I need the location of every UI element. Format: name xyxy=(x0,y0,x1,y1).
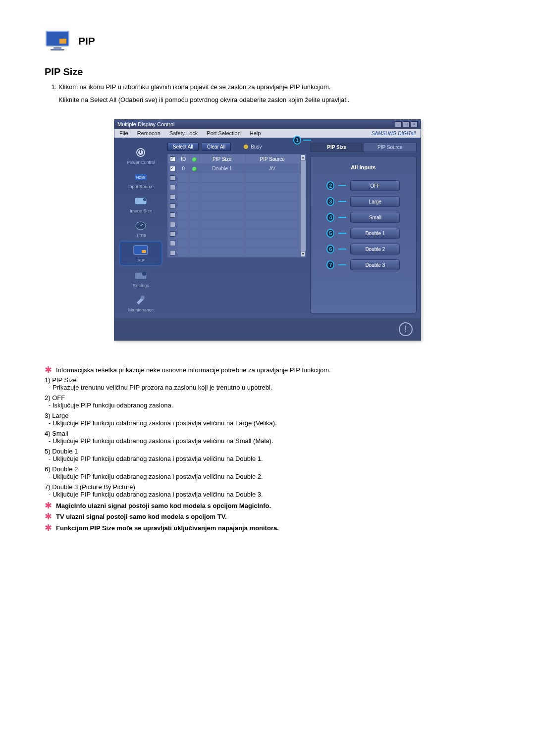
option-small[interactable]: Small xyxy=(350,212,400,223)
sidebar-item-time[interactable]: Time xyxy=(120,217,161,239)
header-checkbox[interactable] xyxy=(170,156,175,162)
status-lamp-icon xyxy=(192,157,197,162)
sidebar-item-pip[interactable]: PIP xyxy=(120,242,161,265)
cell-source: AV xyxy=(245,164,300,173)
image-size-icon xyxy=(132,195,150,207)
options-panel: All Inputs 2OFF 3Large 4Small 5Double 1 … xyxy=(310,156,417,313)
menu-file[interactable]: File xyxy=(119,130,128,136)
sidebar-label: Power Control xyxy=(127,160,155,165)
section-title: PIP Size xyxy=(45,66,490,78)
grid-scrollbar[interactable]: ▲ ▼ xyxy=(300,154,306,257)
row-checkbox[interactable] xyxy=(170,231,175,237)
table-row[interactable]: 0 Double 1 AV xyxy=(167,164,300,173)
svg-rect-2 xyxy=(54,47,61,49)
cell-size: Double 1 xyxy=(199,164,245,173)
svg-point-9 xyxy=(143,198,146,201)
svg-text:HDMI: HDMI xyxy=(136,176,145,179)
busy-dot-icon xyxy=(244,145,248,149)
item-desc: - Prikazuje trenutnu veličinu PIP prozor… xyxy=(45,384,272,391)
svg-point-15 xyxy=(141,296,145,300)
numbered-item: 4) Small- Uključuje PIP funkciju odabran… xyxy=(45,430,490,445)
panel-subtitle: All Inputs xyxy=(351,164,375,170)
scroll-down-icon[interactable]: ▼ xyxy=(301,251,306,257)
busy-label: Busy xyxy=(251,144,262,150)
numbered-item: 1) PIP Size- Prikazuje trenutnu veličinu… xyxy=(45,376,490,391)
row-checkbox[interactable] xyxy=(170,175,175,181)
app-footer: ! xyxy=(114,318,421,340)
sidebar-item-power[interactable]: Power Control xyxy=(120,145,161,166)
minimize-button[interactable]: _ xyxy=(395,121,402,127)
maximize-button[interactable]: □ xyxy=(403,121,410,127)
sidebar-label: Time xyxy=(136,233,146,238)
svg-rect-1 xyxy=(59,39,66,44)
item-desc: - Isključuje PIP funkciju odabranog zasl… xyxy=(45,402,173,409)
intro-subtext: Kliknite na Select All (Odaberi sve) ili… xyxy=(45,96,490,104)
note-text: TV ulazni signal postoji samo kod modela… xyxy=(56,512,227,522)
row-checkbox[interactable] xyxy=(170,212,175,218)
item-desc: - Uključuje PIP funkciju odabranog zaslo… xyxy=(45,473,263,480)
menu-port-selection[interactable]: Port Selection xyxy=(207,130,240,136)
numbered-item: 7) Double 3 (Picture By Picture)- Uključ… xyxy=(45,483,490,498)
row-checkbox[interactable] xyxy=(170,185,175,190)
row-checkbox[interactable] xyxy=(170,222,175,227)
item-desc: - Uključuje PIP funkciju odabranog zaslo… xyxy=(45,437,273,445)
callout-3: 3 xyxy=(326,197,334,206)
star-icon: ✱ xyxy=(45,365,52,374)
page-header: PIP xyxy=(45,30,490,52)
callout-2: 2 xyxy=(326,181,334,190)
clear-all-button[interactable]: Clear All xyxy=(202,143,231,151)
sidebar-label: Maintenance xyxy=(128,307,154,312)
menu-remocon[interactable]: Remocon xyxy=(137,130,160,136)
close-button[interactable]: × xyxy=(411,121,418,127)
item-desc: - Uključuje PIP funkciju odabranog zaslo… xyxy=(45,455,263,462)
info-icon: ! xyxy=(399,322,413,336)
row-checkbox[interactable] xyxy=(170,250,175,255)
pip-icon xyxy=(132,244,150,257)
app-window: Multiple Display Control _ □ × File Remo… xyxy=(114,119,421,341)
intro-list: Klikom na ikonu PIP u izborniku glavnih … xyxy=(45,83,490,92)
page-title: PIP xyxy=(78,35,95,47)
row-checkbox[interactable] xyxy=(170,194,175,200)
sidebar-item-input[interactable]: HDMI Input Source xyxy=(120,169,161,190)
menu-help[interactable]: Help xyxy=(250,130,261,136)
item-label: 3) Large xyxy=(45,412,490,419)
col-id: ID xyxy=(177,154,189,164)
option-double2[interactable]: Double 2 xyxy=(350,244,400,254)
callout-1: 1 xyxy=(293,136,301,145)
tab-pip-size[interactable]: PIP Size xyxy=(310,143,364,152)
numbered-item: 6) Double 2- Uključuje PIP funkciju odab… xyxy=(45,465,490,480)
row-checkbox[interactable] xyxy=(170,241,175,246)
option-off[interactable]: OFF xyxy=(350,180,400,191)
option-large[interactable]: Large xyxy=(350,196,400,207)
star-icon: ✱ xyxy=(45,501,52,510)
time-icon xyxy=(132,219,150,232)
row-checkbox[interactable] xyxy=(170,203,175,209)
bold-note-3: ✱ Funkcijom PIP Size moľe se upravljati … xyxy=(45,523,490,533)
menu-bar: File Remocon Safety Lock Port Selection … xyxy=(114,129,421,138)
col-pip-source: PIP Source xyxy=(245,154,300,164)
tab-pip-source[interactable]: PIP Source xyxy=(363,143,417,152)
menu-safety-lock[interactable]: Safety Lock xyxy=(169,130,198,136)
busy-status: Busy xyxy=(244,144,262,150)
sidebar-item-image-size[interactable]: Image Size xyxy=(120,193,161,214)
title-bar: Multiple Display Control _ □ × xyxy=(114,120,421,129)
item-label: 7) Double 3 (Picture By Picture) xyxy=(45,483,490,491)
callout-5: 5 xyxy=(326,229,334,238)
settings-icon xyxy=(132,269,150,282)
bold-note-1: ✱ MagicInfo ulazni signal postoji samo k… xyxy=(45,501,490,511)
item-label: 5) Double 1 xyxy=(45,448,490,455)
callout-7: 7 xyxy=(326,260,334,269)
option-double3[interactable]: Double 3 xyxy=(350,259,400,270)
select-all-button[interactable]: Select All xyxy=(167,143,199,151)
option-double1[interactable]: Double 1 xyxy=(350,228,400,239)
sidebar-item-maintenance[interactable]: Maintenance xyxy=(120,292,161,313)
row-checkbox[interactable] xyxy=(170,166,175,171)
power-icon xyxy=(132,146,150,159)
note-text: Funkcijom PIP Size moľe se upravljati uk… xyxy=(56,523,279,533)
item-label: 4) Small xyxy=(45,430,490,437)
callout-6: 6 xyxy=(326,245,334,253)
sidebar-item-settings[interactable]: Settings xyxy=(120,268,161,289)
bold-note-2: ✱ TV ulazni signal postoji samo kod mode… xyxy=(45,512,490,522)
scroll-up-icon[interactable]: ▲ xyxy=(301,154,306,160)
input-icon: HDMI xyxy=(132,170,150,183)
